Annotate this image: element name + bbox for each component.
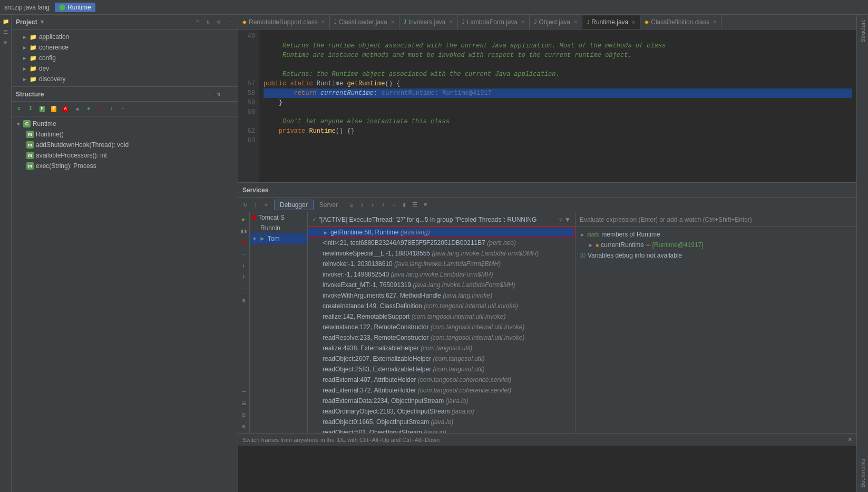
struct-method-processors[interactable]: m availableProcessors(): int	[12, 150, 238, 161]
settings-icon[interactable]: ⚙	[239, 296, 249, 305]
close-icon[interactable]: ✕	[573, 19, 578, 25]
stack-frame-4[interactable]: invokeExact_MT:-1, 765091319 (java.lang.…	[308, 280, 575, 290]
settings2-icon[interactable]: ⚙	[239, 421, 249, 431]
tab-object[interactable]: J Object.java ✕	[530, 15, 582, 29]
arrow-down-icon[interactable]: ↓	[239, 261, 249, 270]
struct-icon-8[interactable]: ●	[95, 104, 105, 114]
frames-icon[interactable]: ☰	[410, 200, 420, 210]
project-icon[interactable]: 📁	[1, 17, 11, 26]
tab-remotable-support[interactable]: ◆ RemotableSupport.class ✕	[238, 15, 330, 29]
svc-item-tomcat-s[interactable]: Tomcat S	[250, 212, 307, 223]
debugger-tab[interactable]: Debugger	[274, 200, 314, 210]
var-item-current-runtime[interactable]: ► ■ currentRuntime = {Runtime@41917}	[576, 240, 856, 250]
struct-method-shutdown[interactable]: m addShutdownHook(Thread): void	[12, 140, 238, 150]
code-area[interactable]: Returns the runtime object associated wi…	[259, 29, 856, 182]
stack-frame-16[interactable]: readOrdinaryObject:2183, ObjectInputStre…	[308, 406, 575, 417]
bookmarks-sidebar-label[interactable]: Bookmarks	[860, 457, 866, 490]
svc-item-tom[interactable]: ▼ ► Tom	[250, 233, 307, 244]
active-tab[interactable]: Runtime	[55, 3, 95, 12]
tab-classloader[interactable]: J ClassLoader.java ✕	[330, 15, 399, 29]
struct-method-constructor[interactable]: m Runtime()	[12, 129, 238, 140]
struct-icon-4[interactable]: f	[48, 104, 59, 114]
tree-item-discovery[interactable]: ► 📁 discovery	[12, 74, 238, 84]
camera-icon[interactable]: ☰	[239, 398, 249, 408]
stack-frame-3[interactable]: invoker:-1, 1498852540 (java.lang.invoke…	[308, 269, 575, 280]
reload-icon[interactable]: ↻	[240, 200, 250, 210]
up-icon[interactable]: ↕	[251, 200, 260, 210]
stack-frame-9[interactable]: readResolve:233, RemoteConstructor (com.…	[308, 332, 575, 343]
minus-icon[interactable]: −	[225, 18, 233, 26]
close-icon[interactable]: ✕	[713, 19, 717, 25]
struct-icon-3[interactable]: P	[37, 104, 47, 114]
step-over-icon[interactable]: ⇓	[357, 200, 367, 210]
structure-sidebar-label[interactable]: Structure	[860, 17, 866, 45]
sort-icon[interactable]: ⇅	[204, 18, 212, 26]
step-out-icon[interactable]: ⇑	[378, 200, 388, 210]
tree-item-dev[interactable]: ► 📁 dev	[12, 63, 238, 74]
close-icon[interactable]: ✕	[631, 19, 636, 25]
eval-bar[interactable]: Evaluate expression (Enter) or add a wat…	[576, 212, 856, 227]
struct-icon-5[interactable]: A	[60, 104, 71, 114]
gear-icon[interactable]: ⚙	[214, 18, 223, 26]
stack-frame-14[interactable]: readExternal:372, AttributeHolder (com.t…	[308, 385, 575, 396]
struct-icon-10[interactable]: ←	[118, 104, 129, 114]
stack-frame-17[interactable]: readObject0:1665, ObjectInputStream (jav…	[308, 417, 575, 427]
struct-icon-6[interactable]: ◀	[72, 104, 82, 114]
stack-frame-10[interactable]: realize:4938, ExternalizableHelper (com.…	[308, 343, 575, 353]
pause-icon[interactable]: ▮▮	[239, 226, 249, 235]
tab-invokers[interactable]: J Invokers.java ✕	[399, 15, 458, 29]
dropdown-icon[interactable]: ▼	[564, 216, 571, 223]
tab-runtime[interactable]: J Runtime.java ✕	[582, 15, 640, 29]
close-bar-icon[interactable]: ✕	[847, 436, 852, 443]
stack-frame-15[interactable]: readExternalData:2234, ObjectInputStream…	[308, 396, 575, 406]
structure-icon[interactable]: ☰	[1, 27, 11, 37]
stack-frame-18[interactable]: readObject:501, ObjectInputStream (java.…	[308, 427, 575, 433]
close-icon[interactable]: ✕	[321, 19, 325, 25]
arrow-up-icon[interactable]: ↑	[239, 272, 249, 282]
struct-icon-9[interactable]: ↕	[106, 104, 117, 114]
tree-item-coherence[interactable]: ► 📁 coherence	[12, 42, 238, 53]
close-icon[interactable]: ✕	[449, 19, 453, 25]
evaluate-icon[interactable]: ▮	[399, 200, 409, 210]
collapse-all-icon[interactable]: ≡	[193, 18, 202, 26]
struct-method-exec[interactable]: m exec(String): Process	[12, 161, 238, 171]
stack-frame-2[interactable]: reinvoke:-1, 2030138610 (java.lang.invok…	[308, 259, 575, 269]
run-to-cursor-icon[interactable]: →	[389, 200, 398, 210]
stack-frame-init[interactable]: <init>:21, test6$80B23246A978E5F5F252051…	[308, 238, 575, 248]
struct-icon-1[interactable]: c	[14, 104, 24, 114]
tab-classdefinition[interactable]: ◆ ClassDefinition.class ✕	[640, 15, 721, 29]
expand-icon[interactable]: »	[261, 200, 271, 210]
minimize-icon[interactable]: −	[225, 90, 233, 99]
play-icon[interactable]: ▶	[239, 214, 249, 224]
svc-item-running[interactable]: Runnin	[250, 223, 307, 233]
collapse-icon[interactable]: ≡	[204, 90, 212, 99]
stack-frame-7[interactable]: realize:142, RemotableSupport (com.tango…	[308, 311, 575, 322]
stack-frame-5[interactable]: invokeWithArguments:627, MethodHandle (j…	[308, 290, 575, 301]
struct-icon-7[interactable]: ●	[83, 104, 94, 114]
step-into-icon[interactable]: ⇓	[368, 200, 377, 210]
close-icon[interactable]: ✕	[521, 19, 525, 25]
tab-lambdaform[interactable]: J LambdaForm.java ✕	[458, 15, 530, 29]
project-dropdown[interactable]: ▼	[41, 19, 44, 25]
stack-frame-selected[interactable]: ► getRuntime:58, Runtime (java.lang)	[308, 227, 575, 238]
var-item-static[interactable]: ► static members of Runtime	[576, 229, 856, 240]
tree-item-config[interactable]: ► 📁 config	[12, 53, 238, 63]
filter-icon[interactable]: ▿	[559, 216, 562, 223]
more-icon[interactable]: ≡	[421, 200, 430, 210]
struct-class-runtime[interactable]: ▼ C Runtime	[12, 119, 238, 129]
tree-item-application[interactable]: ► 📁 application	[12, 32, 238, 42]
stack-frame-6[interactable]: createInstance:149, ClassDefinition (com…	[308, 301, 575, 311]
server-tab[interactable]: Server	[314, 200, 344, 210]
struct-icon-2[interactable]: I	[25, 104, 36, 114]
settings-icon[interactable]: ⚙	[1, 38, 11, 47]
stack-frame-11[interactable]: readObject:2607, ExternalizableHelper (c…	[308, 353, 575, 364]
align-left-icon[interactable]: ≣	[347, 200, 356, 210]
stop-icon[interactable]: ■	[239, 238, 249, 247]
grid-icon[interactable]: ⊟	[239, 410, 249, 419]
close-icon[interactable]: ✕	[391, 19, 395, 25]
stack-frame-1[interactable]: newInvokeSpecial__L:-1, 1880418555 (java…	[308, 248, 575, 259]
stack-frame-12[interactable]: readObject:2583, ExternalizableHelper (c…	[308, 364, 575, 375]
sort-alpha-icon[interactable]: ⇅	[214, 90, 223, 99]
stack-frame-8[interactable]: newInstance:122, RemoteConstructor (com.…	[308, 322, 575, 332]
stack-frame-13[interactable]: readExternal:407, AttributeHolder (com.t…	[308, 375, 575, 385]
